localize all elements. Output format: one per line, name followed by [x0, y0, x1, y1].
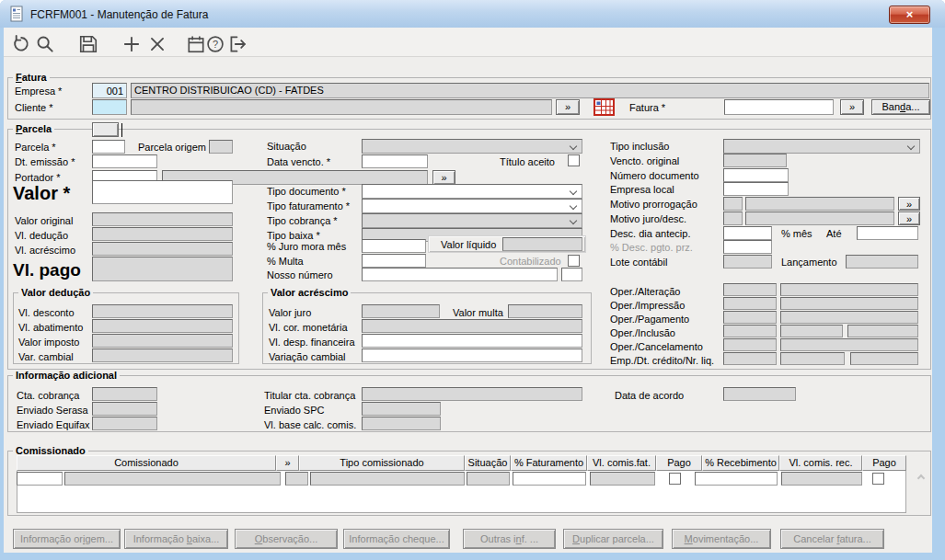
tipo-inclusao-select [723, 139, 920, 154]
tipo-faturamento-select[interactable] [362, 199, 582, 213]
oper-impressao-field [780, 297, 918, 310]
col-header-pago-fat[interactable]: Pago [656, 455, 702, 471]
valor-acrescimo-group-label: Valor acréscimo [268, 287, 351, 298]
parcela-input[interactable] [92, 140, 125, 154]
data-vencto-input[interactable] [362, 154, 428, 168]
tipo-documento-label: Tipo documento * [267, 186, 346, 197]
nosso-numero-digit-input[interactable] [561, 268, 582, 281]
valor-input[interactable] [92, 180, 233, 204]
fatura-label: Fatura * [629, 102, 665, 113]
window-title: FCRFM001 - Manutenção de Fatura [30, 8, 208, 21]
valor-deducao-group-label: Valor dedução [18, 287, 93, 298]
variacao-cambial-input[interactable] [362, 349, 582, 362]
multa-input[interactable] [362, 254, 426, 268]
undo-icon[interactable] [11, 34, 31, 54]
situacao-cell [467, 472, 510, 486]
vl-abatimento-label: Vl. abatimento [18, 322, 83, 333]
pct-faturamento-input[interactable] [513, 472, 586, 486]
add-icon[interactable] [121, 34, 142, 54]
parcela-label: Parcela * [15, 142, 56, 153]
observacao-button[interactable]: Observação... [235, 529, 338, 549]
exit-icon[interactable] [227, 34, 248, 54]
close-button[interactable]: × [889, 6, 930, 24]
svg-text:?: ? [213, 39, 218, 50]
tipo-documento-select[interactable] [362, 184, 582, 199]
oper-impressao-code-field [723, 297, 777, 310]
duplicar-parcela-button[interactable]: Duplicar parcela... [563, 529, 663, 549]
situacao-label: Situação [267, 141, 306, 152]
oper-impressao-label: Oper./Impressão [610, 300, 685, 311]
data-vencto-label: Data vencto. * [267, 156, 330, 167]
oper-alteracao-label: Oper./Alteração [610, 286, 680, 297]
dt-emissao-input[interactable] [92, 154, 157, 168]
empresa-field[interactable] [92, 83, 127, 98]
lancamento-field [846, 255, 918, 269]
oper-alteracao-code-field [723, 283, 777, 296]
emp-dt-credito-field-2 [780, 352, 845, 365]
desc-dia-antecip-input[interactable] [723, 226, 772, 240]
cancelar-fatura-button[interactable]: Cancelar fatura... [780, 529, 884, 549]
comissionado-code-input[interactable] [17, 472, 63, 486]
situacao-select [362, 139, 582, 154]
juro-mora-input[interactable] [362, 239, 426, 253]
col-header-comissionado[interactable]: Comissionado [17, 455, 276, 471]
portador-lookup-button[interactable]: » [432, 170, 455, 185]
col-header-pct-recebimento[interactable]: % Recebimento [702, 455, 779, 471]
movimentacao-button[interactable]: Movimentação... [672, 529, 771, 549]
vl-deducao-field [92, 227, 233, 241]
outras-inf-button[interactable]: Outras inf. ... [463, 529, 556, 549]
vl-cor-monetaria-label: Vl. cor. monetária [269, 322, 348, 333]
banda-button[interactable]: Banda... [871, 99, 930, 115]
col-header-vl-comis-rec[interactable]: Vl. comis. rec. [779, 455, 862, 471]
fatura-lookup-button[interactable]: » [840, 99, 864, 115]
col-header-tipo-comissionado[interactable]: Tipo comissionado [299, 455, 465, 471]
nosso-numero-input[interactable] [362, 268, 558, 281]
search-icon[interactable] [35, 34, 55, 54]
enviado-spc-field [362, 402, 441, 416]
col-header-lookup[interactable]: » [276, 455, 299, 471]
oper-cancelamento-label: Oper./Cancelamento [610, 341, 703, 352]
valor-original-field [92, 212, 233, 226]
calendar-icon[interactable] [186, 34, 206, 54]
multa-label: % Multa [267, 256, 304, 267]
desc-dia-antecip-label: Desc. dia antecip. [610, 228, 690, 239]
informacao-origem-button[interactable]: Informação origem... [13, 529, 121, 549]
motivo-prorrogacao-lookup-button[interactable]: » [898, 197, 920, 211]
ate-label: Até [826, 228, 842, 239]
motivo-prorrogacao-label: Motivo prorrogação [610, 199, 697, 210]
col-header-pct-faturamento[interactable]: % Faturamento [511, 455, 587, 471]
cliente-field[interactable] [92, 99, 127, 115]
delete-icon[interactable] [147, 34, 167, 54]
informacao-baixa-button[interactable]: Informação baixa... [124, 529, 228, 549]
motivo-juro-lookup-button[interactable]: » [898, 211, 920, 225]
empresa-local-input[interactable] [723, 182, 789, 196]
cliente-lookup-button[interactable]: » [556, 99, 580, 115]
contabilizado-label: Contabilizado [500, 256, 561, 267]
pct-mes-label: % mês [781, 228, 812, 239]
pct-recebimento-input[interactable] [695, 472, 778, 486]
parcela-nav-box[interactable] [92, 122, 119, 137]
numero-documento-input[interactable] [723, 168, 789, 182]
fatura-grid-icon-button[interactable] [594, 98, 615, 116]
pago-fat-checkbox[interactable] [669, 473, 681, 485]
lancamento-label: Lançamento [781, 257, 837, 268]
save-icon[interactable] [78, 34, 98, 54]
text-caret [121, 123, 122, 137]
motivo-juro-desc-field [745, 211, 894, 225]
pago-rec-checkbox[interactable] [872, 473, 884, 485]
document-icon [9, 6, 25, 22]
vl-desp-financeira-input[interactable] [362, 334, 582, 348]
desc-ate-input[interactable] [857, 226, 918, 240]
titulo-aceito-checkbox[interactable] [568, 154, 580, 166]
valor-label: Valor * [13, 184, 70, 202]
oper-inclusao-label: Oper./Inclusão [610, 327, 675, 338]
app-window: FCRFM001 - Manutenção de Fatura × ? [0, 0, 945, 560]
fatura-input[interactable] [724, 99, 834, 115]
col-header-vl-comis-fat[interactable]: Vl. comis.fat. [587, 455, 656, 471]
col-header-situacao[interactable]: Situação [465, 455, 511, 471]
valor-liquido-label: Valor líquido [441, 239, 496, 250]
informacao-cheque-button[interactable]: Informação cheque... [343, 529, 450, 549]
empresa-local-label: Empresa local [610, 184, 674, 195]
col-header-pago-rec[interactable]: Pago [862, 455, 906, 471]
help-icon[interactable]: ? [205, 34, 225, 54]
